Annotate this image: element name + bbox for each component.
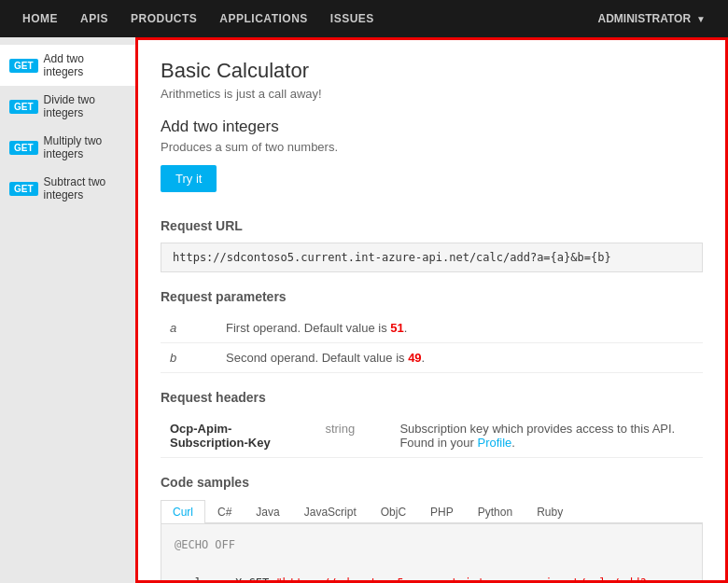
request-params-label: Request parameters <box>161 289 703 304</box>
table-row: Ocp-Apim-Subscription-Key string Subscri… <box>161 414 703 458</box>
get-badge-add: GET <box>9 59 38 73</box>
page-subtitle: Arithmetics is just a call away! <box>161 87 703 101</box>
table-row: a First operand. Default value is 51. <box>161 313 703 343</box>
sidebar-item-add[interactable]: GET Add two integers <box>0 45 135 86</box>
header-key-name: Ocp-Apim-Subscription-Key <box>161 414 315 458</box>
tab-objc[interactable]: ObjC <box>369 500 418 523</box>
nav-products[interactable]: PRODUCTS <box>119 0 208 37</box>
sidebar-item-multiply[interactable]: GET Multiply two integers <box>0 127 135 168</box>
headers-table: Ocp-Apim-Subscription-Key string Subscri… <box>161 414 703 458</box>
param-a-desc: First operand. Default value is 51. <box>217 313 703 343</box>
header-desc: Subscription key which provides access t… <box>390 414 703 458</box>
request-url-box: https://sdcontoso5.current.int-azure-api… <box>161 243 703 272</box>
table-row: b Second operand. Default value is 49. <box>161 343 703 373</box>
header-type: string <box>315 414 390 458</box>
param-b-value: 49 <box>408 351 421 365</box>
tab-php[interactable]: PHP <box>418 500 466 523</box>
get-badge-subtract: GET <box>9 182 38 196</box>
sidebar-label-subtract: Subtract two integers <box>44 175 126 201</box>
tab-python[interactable]: Python <box>466 500 525 523</box>
sidebar-item-subtract[interactable]: GET Subtract two integers <box>0 168 135 209</box>
layout: GET Add two integers GET Divide two inte… <box>0 37 728 583</box>
section-desc: Produces a sum of two numbers. <box>161 140 703 154</box>
get-badge-multiply: GET <box>9 141 38 155</box>
tab-javascript[interactable]: JavaScript <box>292 500 369 523</box>
code-tabs: Curl C# Java JavaScript ObjC PHP Python … <box>161 499 703 523</box>
nav-applications[interactable]: APPLICATIONS <box>208 0 318 37</box>
sidebar-label-multiply: Multiply two integers <box>44 134 126 160</box>
nav-issues[interactable]: ISSUES <box>319 0 385 37</box>
request-headers-label: Request headers <box>161 390 703 405</box>
try-it-button[interactable]: Try it <box>161 165 217 192</box>
nav-apis[interactable]: APIS <box>69 0 119 37</box>
top-nav: HOME APIS PRODUCTS APPLICATIONS ISSUES A… <box>0 0 728 37</box>
tab-csharp[interactable]: C# <box>205 500 244 523</box>
code-samples-label: Code samples <box>161 475 703 490</box>
param-b-name: b <box>161 343 217 373</box>
request-url-label: Request URL <box>161 218 703 233</box>
param-a-value: 51 <box>390 321 403 335</box>
page-title: Basic Calculator <box>161 59 703 83</box>
param-b-desc: Second operand. Default value is 49. <box>217 343 703 373</box>
sidebar-label-add: Add two integers <box>44 52 126 78</box>
main-content: Basic Calculator Arithmetics is just a c… <box>135 37 728 583</box>
code-line-blank1 <box>175 554 689 573</box>
code-line-curl: curl -v -X GET "https://sdcontoso5.curre… <box>175 574 689 583</box>
sidebar: GET Add two integers GET Divide two inte… <box>0 37 135 583</box>
admin-menu[interactable]: ADMINISTRATOR ▼ <box>587 0 717 37</box>
section-title: Add two integers <box>161 118 703 136</box>
tab-java[interactable]: Java <box>244 500 291 523</box>
sidebar-item-divide[interactable]: GET Divide two integers <box>0 86 135 127</box>
chevron-down-icon: ▼ <box>696 14 706 24</box>
code-line-echo: @ECHO OFF <box>175 535 689 554</box>
sidebar-label-divide: Divide two integers <box>44 93 126 119</box>
nav-home[interactable]: HOME <box>11 0 69 37</box>
params-table: a First operand. Default value is 51. b … <box>161 313 703 373</box>
profile-link[interactable]: Profile <box>478 436 512 450</box>
param-a-name: a <box>161 313 217 343</box>
code-block: @ECHO OFF curl -v -X GET "https://sdcont… <box>161 523 703 583</box>
get-badge-divide: GET <box>9 100 38 114</box>
tab-ruby[interactable]: Ruby <box>525 500 575 523</box>
tab-curl[interactable]: Curl <box>161 500 205 523</box>
